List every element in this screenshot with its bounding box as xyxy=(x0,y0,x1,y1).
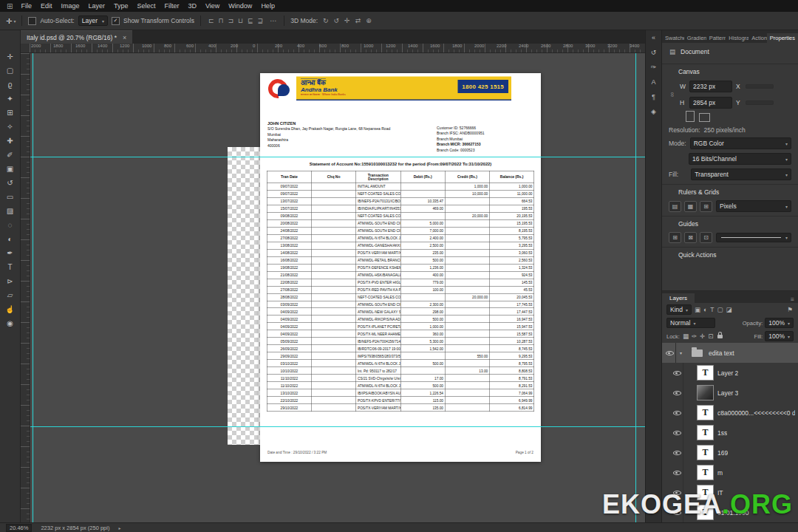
3d-rotate-icon[interactable]: ↻ xyxy=(321,17,330,24)
layer-row[interactable]: ▾ Layer 2 xyxy=(662,363,798,383)
menu-item[interactable]: Image xyxy=(56,2,83,10)
vertical-ruler[interactable] xyxy=(21,53,30,522)
tab-layers[interactable]: Layers xyxy=(662,293,695,303)
lock-all-icon[interactable] xyxy=(717,335,723,338)
menu-item[interactable]: Layer xyxy=(83,2,109,10)
landscape-orientation-icon[interactable] xyxy=(699,113,710,122)
character-panel-icon[interactable]: A xyxy=(651,78,655,86)
panel-tab[interactable]: Swatches xyxy=(662,33,684,43)
lock-position-icon[interactable]: ✛ xyxy=(699,332,706,340)
panel-tab[interactable]: Actions xyxy=(748,33,767,43)
lock-transparent-pixels-icon[interactable]: ▦ xyxy=(682,332,689,340)
visibility-toggle[interactable] xyxy=(664,343,676,363)
horizontal-ruler[interactable]: 2000180016001400120010008006004002000200… xyxy=(21,44,645,53)
3d-drag-icon[interactable]: ✛ xyxy=(343,17,352,24)
auto-select-dropdown[interactable]: Layer▾ xyxy=(78,16,108,26)
status-options-icon[interactable]: ▸ xyxy=(118,525,120,531)
guides-section-header[interactable]: ▾ Guides xyxy=(669,220,791,228)
height-field[interactable]: 2854 px xyxy=(689,97,732,109)
snap-icon[interactable]: ⊞ xyxy=(700,201,712,212)
marquee-tool[interactable]: ▢ xyxy=(0,64,20,78)
panel-tab[interactable]: Properties xyxy=(767,33,798,43)
paragraph-panel-icon[interactable]: ¶ xyxy=(652,93,655,100)
layer-row[interactable]: ▾ m xyxy=(662,463,798,482)
filter-adjustment-layers-icon[interactable]: ◐ xyxy=(703,306,708,313)
guide-horizontal-bottom[interactable] xyxy=(30,426,645,427)
blend-mode-dropdown[interactable]: Normal▾ xyxy=(666,318,715,328)
menu-item[interactable]: Filter xyxy=(160,2,183,10)
color-mode-dropdown[interactable]: RGB Color▾ xyxy=(690,137,791,149)
panel-tab[interactable]: Patterns xyxy=(706,33,726,43)
link-dimensions-icon[interactable]: ∞ xyxy=(669,91,676,98)
history-brush-tool[interactable]: ↺ xyxy=(0,176,20,190)
gradient-tool[interactable]: ▨ xyxy=(0,204,20,218)
guide-horizontal-top[interactable] xyxy=(30,157,645,157)
ruler-icon[interactable]: ▤ xyxy=(669,201,681,212)
layer-filter-kind-dropdown[interactable]: Kind▾ xyxy=(666,304,692,315)
units-dropdown[interactable]: Pixels▾ xyxy=(716,200,791,212)
blur-tool[interactable]: ◌ xyxy=(0,218,20,232)
pen-tool[interactable]: ✒ xyxy=(0,246,20,260)
guide-style-dropdown[interactable]: ▾ xyxy=(716,233,791,242)
lock-guides-icon[interactable]: ⊡ xyxy=(700,232,712,243)
align-right-edges-icon[interactable]: ⊐ xyxy=(226,17,235,24)
zoom-level-field[interactable]: 20.46% xyxy=(6,524,32,532)
collapse-panels-icon[interactable]: « xyxy=(652,34,655,41)
lock-artboard-icon[interactable]: ⊡ xyxy=(707,332,714,340)
menu-item[interactable]: File xyxy=(16,2,36,10)
filter-type-layers-icon[interactable]: T xyxy=(709,306,715,313)
hand-tool[interactable]: ☝ xyxy=(0,302,20,316)
visibility-toggle[interactable] xyxy=(671,463,683,482)
3d-scale-icon[interactable]: ⊕ xyxy=(364,17,373,24)
layer-row[interactable]: ▾ Layer 3 xyxy=(662,383,798,403)
libraries-panel-icon[interactable]: ◈ xyxy=(651,108,656,115)
3d-roll-icon[interactable]: ↺ xyxy=(332,17,341,24)
clone-stamp-tool[interactable]: ▣ xyxy=(0,162,20,176)
healing-brush-tool[interactable]: ✚ xyxy=(0,134,20,148)
eraser-tool[interactable]: ▭ xyxy=(0,190,20,204)
align-left-edges-icon[interactable]: ⊏ xyxy=(207,17,216,24)
layer-fill-dropdown[interactable]: 100%▾ xyxy=(765,331,794,341)
canvas[interactable]: आन्ध्रा बैंक Andhra Bank सम्पन्नता का वि… xyxy=(30,53,645,522)
lock-image-pixels-icon[interactable]: ✑ xyxy=(691,332,698,340)
opacity-dropdown[interactable]: 100%▾ xyxy=(765,318,794,328)
add-guide-icon[interactable]: ⊞ xyxy=(669,232,681,243)
align-horizontal-centers-icon[interactable]: ⊓ xyxy=(216,17,225,24)
path-selection-tool[interactable]: ⊳ xyxy=(0,274,20,288)
quick-selection-tool[interactable]: ✦ xyxy=(0,92,20,106)
3d-slide-icon[interactable]: ⇄ xyxy=(354,17,363,24)
menu-item[interactable]: Type xyxy=(109,2,133,10)
brush-settings-panel-icon[interactable]: ✑ xyxy=(651,64,657,71)
layer-row[interactable]: ▾ c8a000000...<<<<<<<<<0 d xyxy=(662,403,798,423)
rulers-grids-section-header[interactable]: ▾ Rulers & Grids xyxy=(669,188,791,196)
guide-vertical-left[interactable] xyxy=(33,53,33,522)
grid-icon[interactable]: ▦ xyxy=(684,201,697,212)
width-field[interactable]: 2232 px xyxy=(689,81,732,92)
close-icon[interactable]: × xyxy=(123,34,126,41)
brush-tool[interactable]: ✐ xyxy=(0,148,20,162)
filter-smart-objects-icon[interactable]: ◪ xyxy=(725,306,732,313)
menu-item[interactable]: View xyxy=(201,2,224,10)
menu-item[interactable]: Window xyxy=(224,2,256,10)
active-tool-icon[interactable]: ✛▾ xyxy=(6,17,16,25)
align-vertical-centers-icon[interactable]: ⊑ xyxy=(246,17,255,24)
type-tool[interactable]: T xyxy=(0,260,20,274)
more-options-icon[interactable]: ⋯ xyxy=(268,17,278,24)
panel-menu-icon[interactable]: ≡ xyxy=(787,296,798,303)
align-top-edges-icon[interactable]: ⊔ xyxy=(236,17,245,24)
panel-tab[interactable]: Gradients xyxy=(684,33,706,43)
bit-depth-dropdown[interactable]: 16 Bits/Channel▾ xyxy=(689,153,791,165)
filter-shape-layers-icon[interactable]: ▢ xyxy=(716,306,723,313)
visibility-toggle[interactable] xyxy=(671,423,683,443)
document-tab[interactable]: Italy id.psd @ 20.7% (RGB/16) * × xyxy=(21,30,132,44)
expand-group-icon[interactable]: ▾ xyxy=(680,350,686,355)
history-panel-icon[interactable]: ↺ xyxy=(651,49,657,56)
filter-toggle-icon[interactable]: ⚑ xyxy=(786,306,794,313)
dodge-tool[interactable]: ◐ xyxy=(0,232,20,246)
layer-row[interactable]: ▾ edita text xyxy=(662,343,798,363)
filter-pixel-layers-icon[interactable]: ▣ xyxy=(694,306,701,313)
crop-tool[interactable]: ⊞ xyxy=(0,106,20,120)
canvas-fill-dropdown[interactable]: Transparent▾ xyxy=(691,168,791,180)
guide-vertical-right[interactable] xyxy=(635,53,636,522)
menu-item[interactable]: Help xyxy=(256,2,279,10)
